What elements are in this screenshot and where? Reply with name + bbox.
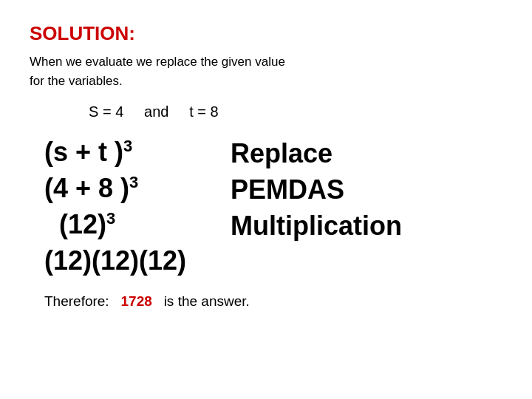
steps-container: (s + t )3 (4 + 8 )3 (12)3 (12)(12)(12) R…	[44, 135, 502, 279]
intro-paragraph: When we evaluate we replace the given va…	[30, 52, 502, 90]
label-replace: Replace	[231, 137, 332, 170]
right-labels: Replace PEMDAS Multiplication	[231, 135, 402, 279]
step-1-sup: 3	[123, 137, 132, 155]
step-4-expr: (12)(12)(12)	[44, 244, 186, 277]
step-4-base: (12)(12)(12)	[44, 245, 186, 276]
solution-title: SOLUTION:	[30, 22, 502, 45]
label-empty	[231, 245, 238, 279]
label-pemdas: PEMDAS	[231, 173, 344, 206]
step-2-expr: (4 + 8 )3	[44, 171, 138, 205]
step-3-expr: (12)3	[44, 208, 115, 241]
answer-value: 1728	[121, 293, 152, 309]
intro-line2: for the variables.	[30, 74, 123, 88]
step-1-expr: (s + t )3	[44, 135, 132, 168]
therefore-suffix: is the answer.	[164, 293, 250, 309]
step-3-sup: 3	[106, 209, 115, 228]
t-value: t = 8	[189, 103, 218, 120]
and-text: and	[144, 103, 168, 120]
step-1-base: (s + t )	[44, 137, 123, 167]
step-2-base: (4 + 8 )	[44, 173, 129, 203]
therefore-prefix: Therefore:	[44, 293, 109, 309]
left-steps: (s + t )3 (4 + 8 )3 (12)3 (12)(12)(12)	[44, 135, 186, 277]
step-3-base: (12)	[44, 209, 106, 239]
label-multiplication: Multiplication	[231, 209, 402, 242]
step-2-sup: 3	[129, 173, 138, 191]
variable-line: S = 4 and t = 8	[89, 103, 502, 120]
s-value: S = 4	[89, 103, 123, 120]
intro-line1: When we evaluate we replace the given va…	[30, 55, 285, 69]
therefore-line: Therefore: 1728 is the answer.	[44, 293, 502, 310]
